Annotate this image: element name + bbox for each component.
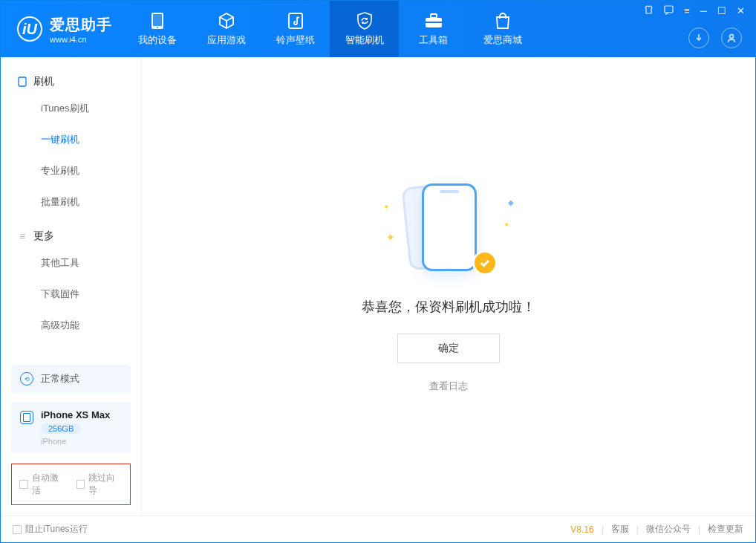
nav-tabs: 我的设备 应用游戏 铃声壁纸 智能刷机 工具箱 爱思商城 [123, 1, 537, 57]
main-content: ✦◆ ◆✦ 恭喜您，保资料刷机成功啦！ 确定 查看日志 [142, 57, 755, 516]
svg-point-2 [157, 27, 158, 28]
mode-icon: ⟲ [20, 372, 33, 386]
checkbox-icon [19, 480, 28, 489]
body: 刷机 iTunes刷机 一键刷机 专业刷机 批量刷机 ≡ 更多 其他工具 下载固… [1, 57, 755, 516]
version-label: V8.16 [570, 524, 593, 535]
bag-icon [495, 11, 511, 30]
nav-tab-ringtone-wallpaper[interactable]: 铃声壁纸 [261, 1, 330, 57]
minimize-icon[interactable]: ─ [700, 5, 707, 17]
block-itunes-checkbox[interactable]: 阻止iTunes运行 [13, 523, 88, 536]
sidebar-item-download-firmware[interactable]: 下载固件 [1, 279, 141, 310]
sidebar-group-flash: 刷机 iTunes刷机 一键刷机 专业刷机 批量刷机 [1, 71, 141, 225]
svg-rect-9 [19, 77, 26, 86]
footer: 阻止iTunes运行 V8.16 | 客服 | 微信公众号 | 检查更新 [1, 516, 755, 542]
svg-rect-1 [153, 14, 162, 26]
device-capacity: 256GB [41, 423, 81, 434]
footer-link-wechat[interactable]: 微信公众号 [646, 523, 691, 536]
header-action-buttons [688, 27, 742, 48]
toolbox-icon [424, 11, 443, 30]
nav-tab-toolbox[interactable]: 工具箱 [399, 1, 468, 57]
user-button[interactable] [721, 27, 742, 48]
logo-text: 爱思助手 www.i4.cn [50, 15, 112, 44]
sidebar: 刷机 iTunes刷机 一键刷机 专业刷机 批量刷机 ≡ 更多 其他工具 下载固… [1, 57, 142, 516]
footer-link-support[interactable]: 客服 [611, 523, 629, 536]
checkbox-icon [76, 480, 85, 489]
app-url: www.i4.cn [50, 35, 112, 44]
shirt-icon[interactable] [644, 5, 654, 17]
svg-rect-3 [289, 13, 302, 28]
sidebar-item-pro-flash[interactable]: 专业刷机 [1, 155, 141, 186]
svg-rect-6 [426, 22, 442, 23]
sidebar-group-head-more[interactable]: ≡ 更多 [1, 225, 141, 247]
window-controls-row: ≡ ─ ☐ ✕ [644, 5, 745, 17]
sidebar-item-other-tools[interactable]: 其他工具 [1, 247, 141, 279]
refresh-shield-icon [355, 11, 374, 30]
menu-icon[interactable]: ≡ [684, 5, 690, 17]
app-name: 爱思助手 [50, 15, 112, 35]
cube-icon [218, 11, 235, 30]
logo-icon: iU [17, 16, 42, 42]
feedback-icon[interactable] [664, 5, 674, 17]
list-icon: ≡ [17, 231, 27, 241]
header: iU 爱思助手 www.i4.cn 我的设备 应用游戏 铃声壁纸 智能刷机 [1, 1, 755, 57]
maximize-icon[interactable]: ☐ [717, 5, 726, 17]
options-row-highlighted: 自动激活 跳过向导 [11, 464, 131, 505]
footer-right: V8.16 | 客服 | 微信公众号 | 检查更新 [570, 523, 743, 536]
sidebar-item-advanced[interactable]: 高级功能 [1, 310, 141, 341]
device-small-icon [17, 77, 27, 87]
sidebar-group-more: ≡ 更多 其他工具 下载固件 高级功能 [1, 225, 141, 348]
music-note-icon [287, 11, 304, 30]
svg-point-8 [730, 35, 734, 39]
nav-tab-store[interactable]: 爱思商城 [468, 1, 537, 57]
nav-tab-my-device[interactable]: 我的设备 [123, 1, 192, 57]
sidebar-group-head-flash[interactable]: 刷机 [1, 71, 141, 93]
device-name: iPhone XS Max [41, 409, 110, 420]
device-info: iPhone XS Max 256GB iPhone [41, 409, 110, 446]
phone-icon [151, 11, 164, 30]
mode-selector[interactable]: ⟲ 正常模式 [11, 365, 131, 393]
nav-tab-apps-games[interactable]: 应用游戏 [192, 1, 261, 57]
download-button[interactable] [688, 27, 709, 48]
success-message: 恭喜您，保资料刷机成功啦！ [362, 298, 535, 316]
app-window: iU 爱思助手 www.i4.cn 我的设备 应用游戏 铃声壁纸 智能刷机 [0, 0, 756, 543]
checkbox-icon [13, 525, 22, 534]
ok-button[interactable]: 确定 [397, 334, 500, 363]
skip-guide-checkbox[interactable]: 跳过向导 [76, 472, 123, 497]
nav-tab-smart-flash[interactable]: 智能刷机 [330, 1, 399, 57]
close-icon[interactable]: ✕ [737, 5, 745, 17]
svg-rect-7 [665, 6, 673, 13]
sidebar-item-one-click-flash[interactable]: 一键刷机 [1, 124, 141, 155]
device-selector[interactable]: iPhone XS Max 256GB iPhone [11, 402, 131, 453]
mode-label: 正常模式 [41, 372, 79, 386]
svg-rect-5 [431, 14, 437, 18]
success-illustration: ✦◆ ◆✦ [389, 181, 508, 284]
device-subtitle: iPhone [41, 437, 110, 446]
view-log-link[interactable]: 查看日志 [429, 380, 468, 393]
sidebar-item-itunes-flash[interactable]: iTunes刷机 [1, 93, 141, 124]
sidebar-item-batch-flash[interactable]: 批量刷机 [1, 186, 141, 218]
logo[interactable]: iU 爱思助手 www.i4.cn [1, 15, 123, 44]
check-badge-icon [472, 250, 498, 276]
auto-activate-checkbox[interactable]: 自动激活 [19, 472, 66, 497]
device-icon [20, 411, 33, 424]
footer-link-check-update[interactable]: 检查更新 [708, 523, 743, 536]
